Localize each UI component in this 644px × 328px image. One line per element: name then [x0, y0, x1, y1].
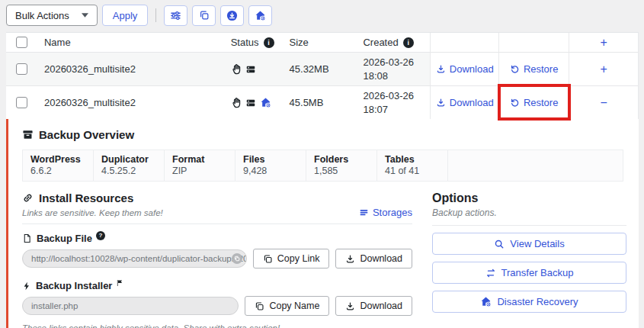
created-date: 2026-03-26 [363, 56, 414, 69]
copy-icon [255, 301, 264, 311]
table-header-row: Name Status i Size Created i + [6, 33, 638, 53]
apply-button[interactable]: Apply [102, 5, 149, 26]
overview-filler-cell [448, 150, 623, 181]
bulk-actions-select[interactable]: Bulk Actions [6, 5, 98, 26]
archive-icon [22, 129, 34, 140]
copy-link-button[interactable]: Copy Link [253, 249, 330, 269]
created-time: 18:07 [363, 103, 388, 117]
download-icon [436, 98, 446, 108]
backup-overview-table: WordPress 6.6.2 Duplicator 4.5.25.2 Form… [22, 150, 623, 182]
transfer-arrows-icon [485, 268, 496, 278]
download-link[interactable]: Download [436, 63, 494, 75]
circle-download-icon [226, 10, 238, 21]
storages-list-icon [359, 207, 369, 217]
restore-icon [510, 98, 520, 108]
backup-size: 45.5MB [290, 97, 324, 108]
download-all-button[interactable] [220, 5, 244, 26]
download-icon [345, 254, 355, 264]
chevron-down-icon [82, 13, 88, 18]
backup-name: 20260326_multisite2 [44, 97, 136, 108]
installer-download-button[interactable]: Download [335, 296, 412, 316]
overview-cell-tables: Tables 41 of 41 [377, 150, 448, 181]
download-icon [436, 64, 446, 74]
file-icon [22, 233, 32, 243]
overview-cell-folders: Folders 1,585 [306, 150, 377, 181]
storages-link[interactable]: Storages [359, 207, 412, 218]
name-column-header: Name [44, 37, 71, 48]
disaster-recovery-house-icon [255, 10, 266, 21]
disaster-recovery-flag-icon [260, 97, 271, 108]
created-date: 2026-03-26 [363, 89, 414, 103]
table-row: 20260326_multisite2 [6, 86, 638, 120]
overview-cell-files: Files 9,428 [235, 150, 306, 181]
copy-icon [199, 10, 210, 21]
restore-icon [510, 64, 520, 74]
size-column-header: Size [290, 37, 309, 48]
backup-detail-panel: Backup Overview WordPress 6.6.2 Duplicat… [6, 119, 639, 328]
options-subtitle: Backup actions. [432, 207, 626, 218]
overview-cell-duplicator: Duplicator 4.5.25.2 [94, 150, 165, 181]
expand-all-button[interactable]: + [600, 36, 607, 50]
sliders-icon [170, 10, 181, 21]
disaster-recovery-button[interactable]: Disaster Recovery [432, 291, 626, 313]
toolbar: Bulk Actions Apply [6, 5, 272, 26]
filter-settings-button[interactable] [164, 5, 187, 26]
options-section: Options Backup actions. View Details [432, 191, 626, 328]
table-row: 20260326_multisite2 45.32MB 2026-03-26 [6, 53, 638, 86]
status-info-icon[interactable]: i [264, 37, 274, 48]
select-all-checkbox[interactable] [16, 37, 27, 48]
options-heading: Options [432, 191, 626, 205]
backups-table: Name Status i Size Created i + 20260326_… [6, 32, 639, 120]
copy-name-button[interactable]: Copy Name [245, 296, 329, 316]
status-column-header: Status [231, 37, 259, 48]
copy-backup-button[interactable] [192, 5, 216, 26]
duplicator-backups-page: Bulk Actions Apply [0, 0, 644, 328]
backup-file-help-icon[interactable]: ? [96, 231, 105, 240]
link-chain-icon [22, 192, 34, 204]
backup-installer-label: Backup Installer [22, 280, 412, 291]
installer-flag-icon [116, 279, 123, 287]
local-storage-icon [245, 98, 256, 108]
copy-icon [263, 254, 273, 264]
transfer-backup-button[interactable]: Transfer Backup [432, 262, 626, 284]
links-sensitive-hint: Links are sensitive. Keep them safe! [22, 208, 163, 217]
installer-filename-input[interactable]: installer.php [22, 297, 239, 315]
expand-row-button[interactable]: + [600, 63, 607, 76]
bulk-actions-label: Bulk Actions [15, 10, 69, 21]
backup-file-url-input[interactable]: http://localhost:10028/wp-content/duplic… [22, 249, 247, 268]
local-storage-icon [245, 64, 256, 75]
view-details-button[interactable]: View Details [432, 233, 626, 255]
backup-file-download-button[interactable]: Download [335, 249, 412, 269]
created-time: 18:08 [363, 69, 388, 83]
sensitive-data-warning: These links contain highly sensitive dat… [22, 323, 412, 328]
overview-cell-wordpress: WordPress 6.6.2 [23, 150, 94, 181]
toolbar-divider [155, 8, 156, 22]
overview-cell-format: Format ZIP [165, 150, 235, 181]
install-resources-section: Install Resources Links are sensitive. K… [22, 191, 412, 328]
backup-size: 45.32MB [290, 63, 329, 75]
manual-backup-hand-icon [231, 98, 242, 108]
backup-file-label: Backup File ? [22, 233, 412, 244]
install-resources-heading: Install Resources [22, 191, 412, 204]
manual-backup-hand-icon [231, 64, 242, 75]
lightning-bolt-icon [22, 281, 31, 291]
download-link[interactable]: Download [436, 97, 494, 108]
collapse-row-button[interactable]: − [600, 96, 607, 110]
search-icon [494, 239, 505, 249]
created-column-header: Created [363, 37, 398, 48]
download-icon [345, 301, 355, 311]
disaster-recovery-house-icon [480, 296, 492, 307]
row-checkbox[interactable] [16, 97, 27, 108]
options-divider [432, 225, 626, 226]
disaster-recovery-toolbar-button[interactable] [248, 5, 272, 26]
restore-link[interactable]: Restore [510, 63, 559, 75]
copy-to-clipboard-icon[interactable] [232, 253, 242, 264]
row-checkbox[interactable] [16, 63, 27, 75]
backup-overview-heading: Backup Overview [22, 128, 626, 141]
restore-link[interactable]: Restore [510, 97, 559, 108]
created-info-icon[interactable]: i [403, 37, 414, 48]
backup-name: 20260326_multisite2 [44, 63, 136, 75]
